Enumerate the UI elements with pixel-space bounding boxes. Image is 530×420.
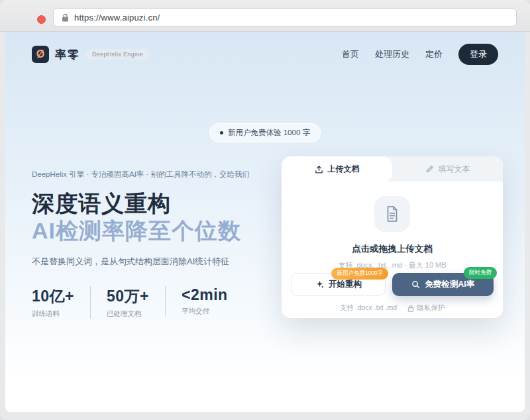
stats-row: 10亿+ 训练语料 50万+ 已处理文档 <2min 平均交付 (32, 286, 284, 319)
brand[interactable]: Ø 率零 DeepHelix Engine (32, 46, 149, 63)
hero-title-line2: AI检测率降至个位数 (32, 217, 284, 244)
document-icon-container (374, 196, 410, 232)
nav-item-history[interactable]: 处理历史 (375, 48, 409, 60)
start-rewrite-label: 开始重构 (329, 279, 362, 290)
stat-docs: 50万+ 已处理文档 (90, 286, 165, 319)
rewrite-free-badge: 新用户免费1000字 (331, 268, 388, 280)
login-button[interactable]: 登录 (458, 44, 498, 65)
privacy-note: 隐私保护 (407, 303, 445, 313)
start-rewrite-button[interactable]: 开始重构 新用户免费1000字 (291, 273, 386, 296)
upload-dropzone[interactable]: 点击或拖拽上传文档 支持 .docx, .txt, .md · 最大 10 MB (282, 182, 503, 270)
hero-title-line1: 深度语义重构 (32, 190, 284, 217)
detect-free-badge: 限时免费 (464, 267, 497, 279)
main-nav: 首页 处理历史 定价 登录 (342, 44, 498, 65)
browser-window: https://www.aipuzi.cn/ Ø 率零 DeepHelix En… (0, 0, 530, 420)
nav-item-home[interactable]: 首页 (342, 48, 359, 60)
supported-formats: 支持 .docx .txt .md (340, 303, 397, 313)
nav-item-pricing[interactable]: 定价 (425, 48, 443, 60)
url-text: https://www.aipuzi.cn/ (74, 13, 160, 23)
upload-title: 点击或拖拽上传文档 (282, 243, 503, 255)
logo-icon: Ø (32, 46, 49, 63)
hero-copy: DeepHelix 引擎 · 专治顽固高AI率 · 别的工具降不动的，交给我们 … (32, 170, 284, 319)
card-tabs: 上传文档 填写文本 (282, 156, 503, 182)
promo-text: 新用户免费体验 1000 字 (228, 128, 310, 138)
privacy-lock-icon (407, 305, 414, 312)
hero-title: 深度语义重构 AI检测率降至个位数 (32, 190, 284, 245)
dot-icon (220, 131, 223, 134)
logo-glyph: Ø (36, 48, 44, 60)
stat-label: 平均交付 (182, 307, 228, 316)
browser-chrome: https://www.aipuzi.cn/ (0, 0, 530, 32)
tab-write-text[interactable]: 填写文本 (392, 156, 503, 182)
address-bar[interactable]: https://www.aipuzi.cn/ (53, 8, 517, 26)
upload-icon (315, 165, 323, 174)
search-icon (411, 280, 420, 289)
promo-badge: 新用户免费体验 1000 字 (209, 123, 321, 142)
document-icon (384, 205, 400, 223)
sparkle-icon (315, 280, 324, 289)
brand-name: 率零 (55, 47, 80, 62)
hero-subtitle: 不是替换同义词，是从句式结构层面消除AI统计特征 (32, 256, 284, 268)
card-actions: 开始重构 新用户免费1000字 免费检测AI率 限时免费 (291, 273, 494, 296)
tab-label: 上传文档 (328, 164, 360, 175)
stat-corpus: 10亿+ 训练语料 (32, 286, 90, 319)
upload-card: 上传文档 填写文本 点击或拖拽上传文档 支持 .docx, .txt, .md … (282, 156, 503, 318)
tab-upload-document[interactable]: 上传文档 (282, 156, 392, 182)
lock-icon (62, 13, 69, 22)
page-viewport: Ø 率零 DeepHelix Engine 首页 处理历史 定价 登录 新用户免… (5, 32, 525, 412)
stat-label: 已处理文档 (107, 309, 149, 319)
detect-ai-label: 免费检测AI率 (425, 279, 474, 290)
site-header: Ø 率零 DeepHelix Engine 首页 处理历史 定价 登录 (32, 41, 498, 68)
detect-ai-button[interactable]: 免费检测AI率 限时免费 (392, 273, 494, 296)
stat-value: 10亿+ (32, 286, 74, 307)
stat-delivery: <2min 平均交付 (165, 286, 244, 316)
stat-label: 训练语料 (32, 309, 74, 319)
engine-badge: DeepHelix Engine (86, 49, 149, 60)
stat-value: <2min (182, 286, 228, 304)
pencil-icon (425, 165, 434, 174)
close-window-button[interactable] (37, 15, 46, 24)
card-footer: 支持 .docx .txt .md 隐私保护 (282, 303, 503, 313)
tab-label: 填写文本 (439, 164, 470, 175)
stat-value: 50万+ (107, 286, 149, 307)
privacy-label: 隐私保护 (417, 303, 445, 313)
hero-eyebrow: DeepHelix 引擎 · 专治顽固高AI率 · 别的工具降不动的，交给我们 (32, 170, 284, 180)
